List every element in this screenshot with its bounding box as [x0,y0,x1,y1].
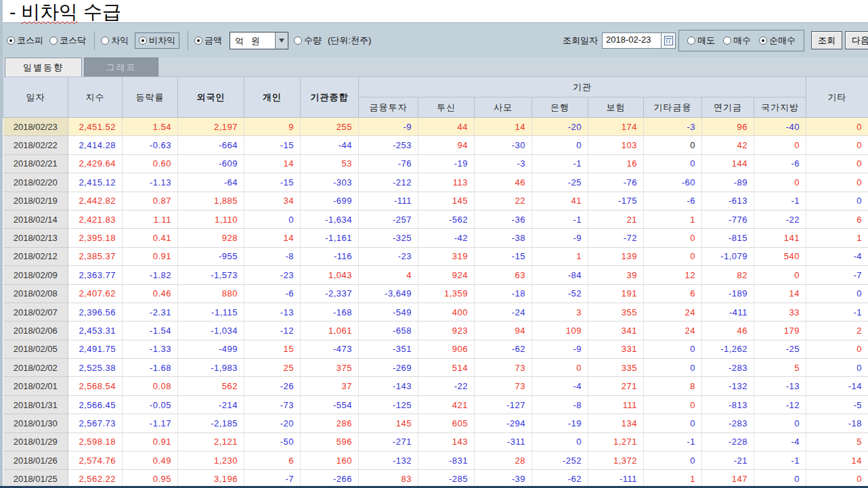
col-header-trust[interactable]: 투신 [418,97,475,118]
value-cell: 2,421.83 [68,210,123,228]
table-row[interactable]: 2018/02/132,395.180.4192814-1,161-325-42… [3,229,868,247]
radio-button-icon[interactable] [7,37,15,45]
table-row[interactable]: 2018/02/142,421.831.111,1100-1,634-257-5… [3,210,868,228]
radio-kosdaq[interactable]: 코스닥 [49,35,86,47]
col-header-individual[interactable]: 개인 [244,77,301,118]
radio-button-icon[interactable] [687,37,695,45]
value-cell: -212 [359,173,418,192]
table-row[interactable]: 2018/01/302,567.73-1.17-2,185-2028614560… [3,414,868,432]
table-row[interactable]: 2018/02/082,407.620.46880-6-2,337-3,6491… [3,284,868,303]
value-cell: -411 [702,303,754,321]
radio-button-icon[interactable] [101,37,109,45]
table-row[interactable]: 2018/01/262,574.760.491,2306160-132-8312… [3,451,868,470]
value-cell: -269 [359,359,418,377]
value-cell: 34 [244,192,301,210]
table-row[interactable]: 2018/01/292,598.180.912,121-50596-271143… [3,432,868,451]
col-header-date[interactable]: 일자 [3,77,68,118]
value-cell: 255 [301,118,359,136]
col-header-index[interactable]: 지수 [68,77,123,118]
value-cell: -62 [475,340,532,358]
tab-graph[interactable]: 그래프 [84,58,158,76]
value-cell: 145 [418,192,475,210]
col-header-private-fund[interactable]: 사모 [475,97,532,118]
table-row[interactable]: 2018/02/072,396.56-2.31-1,115-13-168-549… [3,303,868,321]
value-cell: 5 [754,359,806,377]
value-cell: 421 [418,395,475,414]
quantity-unit-note: (단위:천주) [328,35,371,47]
table-row[interactable]: 2018/02/192,442.820.871,88534-699-111145… [3,192,868,210]
table-header: 일자 지수 등락률 외국인 개인 기관종합 기관 기타 금융투자 투신 사모 은… [3,77,868,118]
date-cell: 2018/02/07 [3,303,68,321]
value-cell: -143 [359,377,418,395]
table-row[interactable]: 2018/02/202,415.12-1.13-64-15-303-212113… [3,173,868,192]
value-cell: 2,491.75 [68,340,123,358]
col-header-rate[interactable]: 등락률 [123,77,178,118]
value-cell: -253 [359,136,418,154]
radio-amount[interactable]: 금액 [194,35,222,47]
table-row[interactable]: 2018/02/232,451.521.542,1979255-94414-20… [3,118,868,136]
value-cell: 28 [475,451,532,470]
radio-button-icon[interactable] [723,37,731,45]
col-header-foreign[interactable]: 외국인 [178,77,244,118]
value-cell: 271 [588,377,644,395]
value-cell: 94 [475,321,532,340]
table-row[interactable]: 2018/02/222,414.28-0.63-664-15-44-25394-… [3,136,868,154]
value-cell: -1,034 [178,321,244,340]
value-cell: 0 [806,470,868,488]
value-cell: -554 [301,395,359,414]
value-cell: 83 [359,470,418,488]
value-cell: 3 [532,303,588,321]
col-header-fin-invest[interactable]: 금융투자 [359,97,418,118]
table-row[interactable]: 2018/02/052,491.75-1.33-49915-473-351906… [3,340,868,358]
table-row[interactable]: 2018/02/212,429.640.60-6091453-76-19-3-1… [3,154,868,173]
unit-combobox[interactable]: 억 원 [230,32,288,49]
radio-button-icon[interactable] [294,37,302,45]
query-date-input[interactable]: 2018-02-23 [602,32,661,49]
table-row[interactable]: 2018/02/022,525.38-1.68-1,98325375-26951… [3,359,868,377]
value-cell: 286 [301,414,359,432]
table-row[interactable]: 2018/02/122,385.370.91-955-8-116-23319-1… [3,247,868,265]
radio-button-icon[interactable] [759,37,767,45]
table-row[interactable]: 2018/02/012,568.540.08562-2637-143-2273-… [3,377,868,395]
col-header-pension[interactable]: 연기금 [702,97,754,118]
col-header-etc[interactable]: 기타 [806,77,868,118]
value-cell: -1.13 [123,173,178,192]
value-cell: -189 [702,284,754,303]
col-header-bank[interactable]: 은행 [532,97,588,118]
value-cell: 6 [244,451,301,470]
radio-button-icon[interactable] [194,37,202,45]
col-header-gov-local[interactable]: 국가지방 [754,97,806,118]
value-cell: 174 [588,118,644,136]
value-cell: -18 [475,284,532,303]
table-row[interactable]: 2018/01/252,562.220.953,196-7-26683-285-… [3,470,868,488]
radio-nonarbitrage[interactable]: 비차익 [135,32,179,49]
value-cell: -13 [244,303,301,321]
calendar-picker-button[interactable] [661,32,676,49]
radio-kospi[interactable]: 코스피 [7,35,43,47]
col-header-insurance[interactable]: 보험 [588,97,644,118]
table-row[interactable]: 2018/02/092,363.77-1.82-1,573-231,043492… [3,266,868,284]
combobox-dropdown-button[interactable] [275,32,288,49]
tab-daily-trend[interactable]: 일별동향 [5,58,82,76]
radio-buy[interactable]: 매수 [723,35,751,47]
radio-quantity[interactable]: 수량 [294,35,322,47]
col-header-etc-finance[interactable]: 기타금융 [644,97,702,118]
value-cell: -3 [644,118,702,136]
search-button[interactable]: 조회 [811,31,842,49]
radio-arbitrage[interactable]: 차익 [101,35,129,47]
value-cell: 923 [418,321,475,340]
radio-button-icon[interactable] [49,37,58,45]
col-header-inst-total[interactable]: 기관종합 [301,77,359,118]
radio-netbuy[interactable]: 순매수 [759,35,796,47]
value-cell: 0 [644,395,702,414]
radio-kosdaq-label: 코스닥 [60,35,86,47]
value-cell: 375 [301,359,359,377]
value-cell: 0.46 [123,284,178,303]
table-row[interactable]: 2018/02/062,453.31-1.54-1,034-121,061-65… [3,321,868,340]
table-row[interactable]: 2018/01/312,566.45-0.05-214-73-554-12542… [3,395,868,414]
radio-sell[interactable]: 매도 [687,35,715,47]
radio-button-icon[interactable] [139,37,147,45]
value-cell: 2,415.12 [68,173,123,192]
date-cell: 2018/02/13 [3,229,68,247]
next-button[interactable]: 다음 [845,31,868,49]
